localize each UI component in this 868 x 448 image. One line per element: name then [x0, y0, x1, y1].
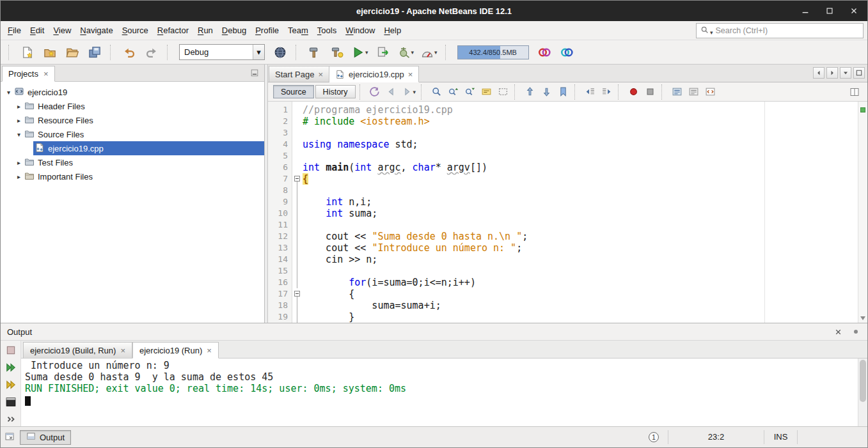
close-icon[interactable]: × — [120, 346, 125, 355]
code-fold-icon[interactable] — [294, 176, 300, 182]
tree-item-test-files[interactable]: ▸Test Files — [1, 155, 264, 169]
find-previous-button[interactable] — [445, 84, 461, 100]
menu-edit[interactable]: Edit — [26, 22, 49, 38]
code-line[interactable]: int n,i; — [303, 196, 858, 208]
code-line[interactable]: int suma; — [303, 208, 858, 219]
memory-indicator[interactable]: 432.4/850.5MB — [457, 45, 529, 59]
code-line[interactable]: int main(int argc, char* argv[]) — [303, 162, 858, 173]
collapse-icon[interactable]: ▾ — [15, 131, 23, 138]
notifications-button[interactable]: 1 — [640, 432, 668, 442]
start-macro-button[interactable] — [626, 84, 641, 100]
open-project-button[interactable] — [63, 43, 82, 62]
uncomment-button[interactable] — [686, 84, 701, 100]
previous-bookmark-button[interactable] — [522, 84, 537, 100]
output-console[interactable]: Introduce un número n: 9Suma desde 0 has… — [21, 359, 858, 426]
output-tab-ejercicio19-build-run[interactable]: ejercicio19 (Build, Run)× — [23, 342, 132, 359]
minimize-button[interactable] — [800, 5, 811, 17]
insert-code-button[interactable] — [702, 84, 718, 100]
close-icon[interactable]: × — [318, 70, 323, 79]
next-bookmark-button[interactable] — [539, 84, 554, 100]
menu-team[interactable]: Team — [283, 22, 313, 38]
close-icon[interactable]: × — [207, 346, 212, 355]
code-line[interactable]: using namespace std; — [303, 139, 858, 150]
code-line[interactable] — [303, 127, 858, 139]
close-icon[interactable]: × — [43, 70, 49, 78]
save-all-button[interactable] — [85, 43, 104, 62]
output-scrollbar[interactable] — [858, 359, 867, 426]
new-file-button[interactable] — [18, 43, 37, 62]
profile-points-blue-button[interactable] — [557, 43, 576, 62]
maximize-button[interactable] — [824, 5, 835, 17]
run-project-button[interactable]: ▾ — [350, 43, 370, 62]
code-line[interactable] — [303, 150, 858, 162]
find-selection-button[interactable] — [429, 84, 444, 100]
close-icon[interactable]: × — [408, 70, 413, 79]
close-output-button[interactable] — [833, 327, 843, 337]
minimize-panel-button[interactable] — [250, 68, 259, 79]
toggle-bookmark-button[interactable] — [555, 84, 571, 100]
expand-icon[interactable]: ▸ — [15, 173, 23, 180]
code-line[interactable] — [303, 185, 858, 196]
scrollbar-thumb[interactable] — [860, 360, 866, 402]
menu-profile[interactable]: Profile — [251, 22, 283, 38]
code-line[interactable]: } — [303, 311, 858, 323]
undo-button[interactable] — [120, 43, 139, 62]
history-view-button[interactable]: History — [315, 85, 356, 98]
expand-icon[interactable]: ▸ — [15, 117, 23, 124]
scroll-tabs-right-button[interactable] — [826, 67, 838, 79]
tree-item-header-files[interactable]: ▸Header Files — [1, 99, 264, 113]
redo-button[interactable] — [142, 43, 161, 62]
tree-item-important-files[interactable]: ▸Important Files — [1, 169, 264, 183]
menu-file[interactable]: File — [3, 22, 26, 38]
code-line[interactable]: { — [303, 173, 858, 185]
debug-project-button[interactable] — [374, 43, 393, 62]
output-tab-ejercicio19-run[interactable]: ejercicio19 (Run)× — [132, 342, 219, 359]
forward-button[interactable]: ▾ — [400, 84, 418, 100]
search-box[interactable]: ▾ Search (Ctrl+I) — [696, 23, 864, 38]
tree-item-source-files[interactable]: ▾Source Files — [1, 127, 264, 141]
shift-right-button[interactable] — [599, 84, 614, 100]
select-in-document-button[interactable] — [495, 84, 510, 100]
show-opened-documents-button[interactable] — [840, 67, 851, 79]
tree-item-ejercicio19[interactable]: ▾ejercicio19 — [1, 85, 264, 99]
error-stripe[interactable] — [858, 102, 867, 323]
menu-debug[interactable]: Debug — [217, 22, 251, 38]
code-line[interactable]: suma=suma+i; — [303, 300, 858, 311]
editor-tab-ejercicio19-cpp[interactable]: ejercicio19.cpp× — [329, 66, 419, 82]
code-line[interactable]: //programa ejercicio19.cpp — [303, 104, 858, 116]
split-document-button[interactable] — [847, 84, 862, 100]
code-editor[interactable]: //programa ejercicio19.cpp# include <ios… — [303, 102, 858, 323]
menu-help[interactable]: Help — [379, 22, 406, 38]
back-button[interactable] — [384, 84, 399, 100]
float-window-button[interactable] — [4, 431, 15, 444]
code-line[interactable] — [303, 219, 858, 231]
scroll-down-icon[interactable] — [860, 316, 865, 320]
build-project-button[interactable] — [305, 43, 324, 62]
code-line[interactable]: cin >> n; — [303, 254, 858, 265]
code-line[interactable]: cout << "Suma desde 0 hasta n.\n "; — [303, 231, 858, 242]
menu-navigate[interactable]: Navigate — [75, 22, 117, 38]
menu-source[interactable]: Source — [118, 22, 153, 38]
last-edit-button[interactable] — [367, 84, 383, 100]
expand-icon[interactable]: ▸ — [15, 103, 23, 110]
code-line[interactable]: cout << "Introduce un número n: "; — [303, 242, 858, 254]
highlight-search-button[interactable] — [478, 84, 494, 100]
code-line[interactable]: for(i=suma=0;i<=n;i++) — [303, 277, 858, 288]
close-button[interactable] — [848, 5, 860, 17]
maximize-window-button[interactable] — [853, 67, 865, 79]
code-line[interactable] — [303, 265, 858, 277]
output-window-button[interactable]: Output — [20, 430, 71, 445]
profile-points-red-button[interactable] — [535, 43, 554, 62]
find-next-button[interactable] — [462, 84, 477, 100]
shift-left-button[interactable] — [582, 84, 597, 100]
scroll-tabs-left-button[interactable] — [813, 67, 825, 79]
window-menu-icon[interactable] — [851, 327, 861, 337]
new-project-button[interactable] — [40, 43, 59, 62]
clean-build-project-button[interactable] — [327, 43, 347, 62]
deploy-button[interactable] — [271, 43, 290, 62]
code-fold-icon[interactable] — [294, 291, 300, 297]
profile-project-button[interactable]: ▾ — [419, 43, 439, 62]
terminal-button[interactable] — [3, 394, 19, 409]
code-line[interactable]: { — [303, 288, 858, 300]
projects-tab[interactable]: Projects × — [2, 66, 55, 82]
